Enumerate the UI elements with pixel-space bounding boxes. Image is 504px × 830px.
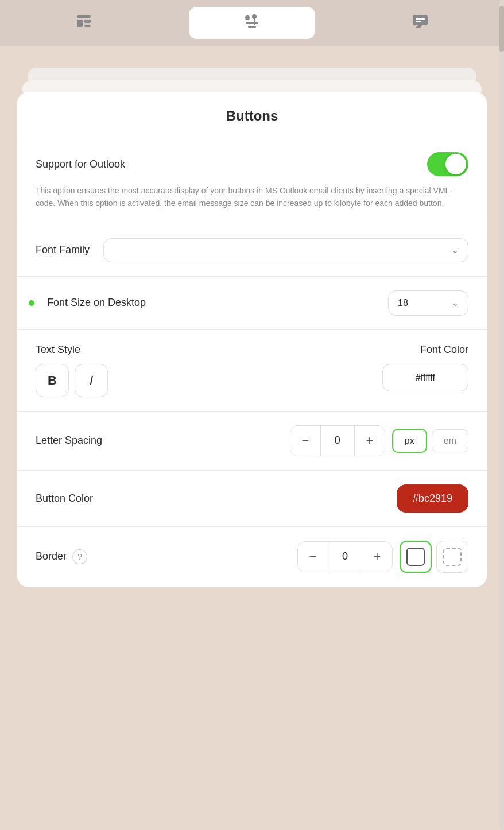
tab-style[interactable] xyxy=(189,7,315,39)
svg-rect-3 xyxy=(84,25,91,27)
svg-rect-7 xyxy=(248,26,256,28)
help-icon[interactable]: ? xyxy=(72,549,87,564)
font-family-label: Font Family xyxy=(36,244,90,256)
tab-bar xyxy=(0,0,504,46)
svg-rect-1 xyxy=(77,20,83,27)
font-color-label: Font Color xyxy=(420,344,468,356)
style-icon xyxy=(243,12,261,34)
svg-rect-6 xyxy=(246,22,258,24)
font-color-display[interactable]: #ffffff xyxy=(382,364,468,391)
border-stepper-value: 0 xyxy=(328,542,362,572)
outlook-label: Support for Outlook xyxy=(36,158,125,170)
tab-layout[interactable] xyxy=(21,7,147,39)
scrollbar-thumb[interactable] xyxy=(499,6,504,52)
stepper-plus-button[interactable]: + xyxy=(355,426,385,456)
outlook-toggle[interactable] xyxy=(427,152,468,176)
font-size-dropdown[interactable]: 18 ⌄ xyxy=(388,290,468,316)
stepper-value: 0 xyxy=(320,426,355,456)
letter-spacing-label: Letter Spacing xyxy=(36,435,102,447)
border-style-group xyxy=(400,541,468,573)
button-color-display[interactable]: #bc2919 xyxy=(397,484,468,513)
svg-point-4 xyxy=(245,15,250,20)
main-card: Buttons Support for Outlook This option … xyxy=(17,92,487,587)
letter-spacing-row: Letter Spacing − 0 + px em xyxy=(36,425,468,456)
card-title: Buttons xyxy=(17,92,487,138)
border-dashed-icon xyxy=(443,548,462,566)
stepper-minus-button[interactable]: − xyxy=(290,426,320,456)
font-color-col: Font Color #ffffff xyxy=(252,344,468,391)
outlook-row: Support for Outlook xyxy=(36,152,468,176)
bold-icon: B xyxy=(48,373,57,388)
font-family-dropdown[interactable]: ⌄ xyxy=(103,238,468,262)
border-label: Border xyxy=(36,550,67,563)
text-style-section: Text Style B I Font Color #ffffff xyxy=(17,330,487,412)
style-buttons-group: B I xyxy=(36,364,252,397)
scrollbar[interactable] xyxy=(499,0,504,830)
button-color-label: Button Color xyxy=(36,492,93,505)
border-label-group: Border ? xyxy=(36,549,87,564)
messages-icon xyxy=(411,12,429,34)
unit-em-button[interactable]: em xyxy=(432,429,468,452)
stepper-group: − 0 + xyxy=(290,425,385,456)
italic-button[interactable]: I xyxy=(75,364,108,397)
text-style-col: Text Style B I xyxy=(36,344,252,397)
letter-spacing-section: Letter Spacing − 0 + px em xyxy=(17,412,487,471)
layout-icon xyxy=(75,12,93,34)
bold-button[interactable]: B xyxy=(36,364,69,397)
border-section: Border ? − 0 + xyxy=(17,527,487,587)
support-for-outlook-section: Support for Outlook This option ensures … xyxy=(17,138,487,224)
green-dot-indicator xyxy=(29,300,34,306)
italic-icon: I xyxy=(90,373,93,388)
svg-rect-8 xyxy=(413,15,428,25)
outlook-description: This option ensures the most accurate di… xyxy=(36,184,468,210)
letter-spacing-controls: − 0 + px em xyxy=(290,425,468,456)
border-dashed-button[interactable] xyxy=(436,541,468,573)
text-style-label: Text Style xyxy=(36,344,80,355)
svg-rect-9 xyxy=(416,18,425,20)
card-stack: Buttons Support for Outlook This option … xyxy=(17,57,487,587)
unit-group: px em xyxy=(392,429,468,453)
svg-rect-10 xyxy=(416,21,421,22)
chevron-down-icon: ⌄ xyxy=(452,246,459,255)
border-solid-button[interactable] xyxy=(400,541,432,573)
border-stepper-minus-button[interactable]: − xyxy=(298,542,328,572)
svg-rect-0 xyxy=(77,15,91,18)
svg-rect-2 xyxy=(84,20,91,23)
button-color-row: Button Color #bc2919 xyxy=(36,484,468,513)
button-color-section: Button Color #bc2919 xyxy=(17,471,487,527)
font-size-value: 18 xyxy=(398,298,408,308)
font-size-section: Font Size on Desktop 18 ⌄ xyxy=(17,277,487,330)
font-size-label: Font Size on Desktop xyxy=(47,297,146,309)
font-family-section: Font Family ⌄ xyxy=(17,224,487,277)
border-stepper-plus-button[interactable]: + xyxy=(362,542,392,572)
border-stepper-group: − 0 + xyxy=(297,541,393,572)
toggle-knob xyxy=(445,154,466,174)
tab-messages[interactable] xyxy=(357,7,483,39)
unit-px-button[interactable]: px xyxy=(392,429,427,453)
chevron-down-icon-2: ⌄ xyxy=(452,298,459,308)
border-controls: − 0 + xyxy=(297,541,468,573)
border-solid-icon xyxy=(406,548,425,566)
